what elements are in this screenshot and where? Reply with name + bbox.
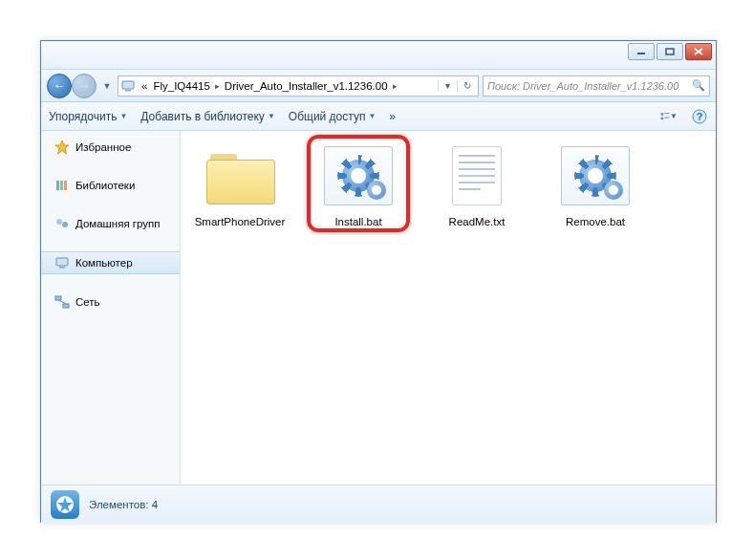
svg-rect-6 bbox=[661, 113, 664, 116]
toolbar: Упорядочить ▼ Добавить в библиотеку ▼ Об… bbox=[41, 102, 716, 131]
maximize-button[interactable] bbox=[656, 43, 683, 60]
file-item-readme[interactable]: ReadMe.txt bbox=[431, 142, 523, 228]
libraries-icon bbox=[54, 178, 70, 193]
search-placeholder: Поиск: Driver_Auto_Installer_v1.1236.00 bbox=[487, 80, 678, 92]
svg-rect-4 bbox=[122, 81, 134, 89]
network-label: Сеть bbox=[75, 296, 100, 308]
help-button[interactable]: ? bbox=[691, 108, 708, 125]
view-options[interactable]: ▼ bbox=[660, 108, 678, 125]
svg-rect-20 bbox=[55, 296, 61, 300]
file-item-install-bat[interactable]: Install.bat bbox=[312, 142, 404, 228]
breadcrumb-fly[interactable]: Fly_IQ4415 bbox=[150, 80, 212, 92]
folder-icon bbox=[206, 150, 273, 203]
svg-rect-13 bbox=[56, 181, 59, 190]
svg-rect-19 bbox=[59, 267, 65, 269]
sidebar: Избранное Библиотеки Домашняя групп bbox=[41, 131, 181, 485]
status-bar: Элементов: 4 bbox=[41, 485, 716, 523]
svg-rect-5 bbox=[125, 90, 131, 92]
file-label: SmartPhoneDriver bbox=[194, 215, 286, 228]
sidebar-network[interactable]: Сеть bbox=[41, 291, 180, 312]
sidebar-libraries[interactable]: Библиотеки bbox=[41, 175, 180, 196]
status-label: Элементов: bbox=[89, 499, 148, 510]
chevron-down-icon: ▼ bbox=[119, 112, 127, 120]
sidebar-homegroup[interactable]: Домашняя групп bbox=[41, 213, 180, 234]
file-label: ReadMe.txt bbox=[431, 215, 523, 228]
bat-file-icon bbox=[561, 146, 630, 205]
address-dropdown[interactable]: ▾ bbox=[438, 80, 457, 91]
add-to-library-menu[interactable]: Добавить в библиотеку ▼ bbox=[140, 110, 274, 123]
navigation-bar: ← → ▼ « Fly_IQ4415 ▸ Driver_Auto_Install… bbox=[41, 70, 716, 102]
search-input[interactable]: Поиск: Driver_Auto_Installer_v1.1236.00 … bbox=[483, 75, 710, 97]
add-library-label: Добавить в библиотеку bbox=[140, 110, 265, 123]
back-button[interactable]: ← bbox=[47, 74, 72, 98]
refresh-button[interactable]: ↻ bbox=[457, 80, 476, 91]
svg-rect-7 bbox=[664, 113, 669, 114]
gear-icon bbox=[367, 181, 386, 200]
homegroup-label: Домашняя групп bbox=[75, 218, 161, 229]
homegroup-icon bbox=[54, 216, 70, 231]
file-pane[interactable]: SmartPhoneDriver Install.bat ReadMe.txt … bbox=[181, 131, 716, 485]
computer-label: Компьютер bbox=[75, 257, 133, 269]
chevron-down-icon: ▼ bbox=[670, 112, 678, 120]
computer-icon bbox=[120, 78, 136, 94]
gear-icon bbox=[604, 181, 623, 200]
file-item-folder[interactable]: SmartPhoneDriver bbox=[194, 142, 286, 228]
sidebar-computer[interactable]: Компьютер bbox=[41, 251, 180, 274]
svg-rect-8 bbox=[661, 117, 664, 119]
minimize-button[interactable] bbox=[628, 43, 655, 60]
bat-file-icon bbox=[324, 146, 393, 205]
appstore-icon bbox=[51, 490, 79, 519]
computer-icon bbox=[54, 255, 70, 270]
chevron-down-icon: ▼ bbox=[268, 112, 275, 120]
search-icon: 🔍 bbox=[692, 79, 705, 92]
body: Избранное Библиотеки Домашняя групп bbox=[41, 131, 716, 485]
svg-rect-1 bbox=[666, 49, 674, 54]
organize-label: Упорядочить bbox=[49, 110, 117, 123]
svg-rect-14 bbox=[60, 181, 63, 190]
svg-marker-12 bbox=[55, 140, 69, 154]
chevron-down-icon: ▼ bbox=[368, 112, 376, 120]
favorites-label: Избранное bbox=[75, 141, 131, 153]
star-icon bbox=[54, 140, 70, 155]
svg-line-22 bbox=[58, 300, 66, 304]
close-button[interactable] bbox=[685, 43, 712, 60]
breadcrumb-driver[interactable]: Driver_Auto_Installer_v1.1236.00 bbox=[222, 80, 391, 92]
sidebar-favorites[interactable]: Избранное bbox=[41, 137, 180, 158]
svg-rect-15 bbox=[64, 181, 67, 190]
titlebar bbox=[41, 41, 716, 70]
chevron-right-icon: ▸ bbox=[213, 81, 222, 91]
svg-point-17 bbox=[62, 222, 68, 227]
status-count: 4 bbox=[152, 499, 158, 510]
file-label: Remove.bat bbox=[549, 215, 641, 228]
svg-rect-21 bbox=[63, 304, 69, 308]
address-bar[interactable]: « Fly_IQ4415 ▸ Driver_Auto_Installer_v1.… bbox=[118, 75, 479, 97]
svg-text:?: ? bbox=[697, 111, 703, 122]
svg-rect-18 bbox=[56, 258, 68, 266]
more-menu[interactable]: » bbox=[389, 110, 396, 123]
network-icon bbox=[54, 294, 70, 310]
text-file-icon bbox=[452, 146, 502, 205]
history-dropdown[interactable]: ▼ bbox=[100, 81, 114, 91]
status-count-label: Элементов: 4 bbox=[89, 499, 158, 510]
chevron-right-icon: ▸ bbox=[391, 81, 399, 91]
explorer-window: ← → ▼ « Fly_IQ4415 ▸ Driver_Auto_Install… bbox=[40, 40, 717, 523]
svg-point-16 bbox=[56, 219, 62, 225]
file-item-remove-bat[interactable]: Remove.bat bbox=[549, 142, 641, 228]
organize-menu[interactable]: Упорядочить ▼ bbox=[49, 110, 127, 123]
breadcrumb-prev[interactable]: « bbox=[139, 80, 150, 92]
nav-arrows: ← → bbox=[47, 74, 97, 98]
share-label: Общий доступ bbox=[289, 110, 366, 123]
libraries-label: Библиотеки bbox=[75, 180, 135, 191]
svg-rect-9 bbox=[664, 117, 669, 118]
forward-button[interactable]: → bbox=[72, 74, 97, 98]
share-menu[interactable]: Общий доступ ▼ bbox=[289, 110, 376, 123]
window-controls bbox=[628, 43, 712, 60]
